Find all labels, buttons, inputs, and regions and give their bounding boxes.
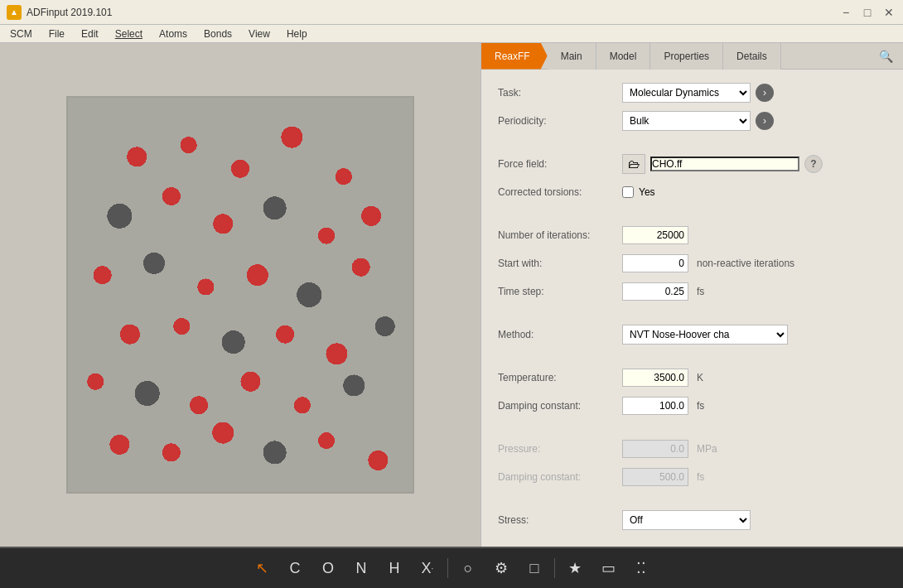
pressure-input [622,440,688,458]
sep1 [447,558,448,578]
gap1 [498,139,886,146]
iterations-input[interactable] [622,226,688,244]
start-with-label: Start with: [498,258,622,269]
menu-select[interactable]: Select [112,27,146,41]
periodicity-nav-arrow[interactable]: › [756,112,774,130]
square-tool[interactable]: □ [521,555,548,581]
temperature-input[interactable] [622,369,688,387]
molecule-visualization [68,98,413,492]
menu-file[interactable]: File [46,27,68,41]
forcefield-help-button[interactable]: ? [804,155,823,173]
start-with-controls: non-reactive iterations [622,254,886,272]
tab-reaxff[interactable]: ReaxFF [481,43,548,70]
forcefield-input[interactable] [650,157,799,171]
title-bar-left: ▲ ADFinput 2019.101 [7,5,112,20]
task-nav-arrow[interactable]: › [756,84,774,102]
sep2 [554,558,555,578]
start-with-input[interactable] [622,254,688,272]
pressure-controls: MPa [622,440,886,458]
timestep-unit: fs [697,286,704,297]
dots-tool[interactable]: ⁚⁚ [628,555,654,581]
forcefield-label: Force field: [498,158,622,170]
form-area: Task: Molecular Dynamics › Periodicity: … [481,70,903,543]
bottom-toolbar: ↖ C O N H X· ○ ⚙ □ ★ ▭ ⁚⁚ [0,547,903,588]
menu-view[interactable]: View [245,27,273,41]
star-tool[interactable]: ★ [562,555,588,581]
pressure-unit: MPa [697,443,717,455]
stress-controls: Off On [622,510,886,530]
task-controls: Molecular Dynamics › [622,83,886,103]
cursor-tool[interactable]: ↖ [249,555,275,581]
task-label: Task: [498,87,622,99]
x-atom-tool[interactable]: X· [414,555,441,581]
torsions-yes-label: Yes [639,186,655,198]
tab-properties[interactable]: Properties [650,43,723,70]
title-bar: ▲ ADFinput 2019.101 − □ ✕ [0,0,903,25]
ring-tool[interactable]: ○ [455,555,481,581]
gap2 [498,210,886,217]
timestep-label: Time step: [498,286,622,297]
damping-unit: fs [697,400,704,412]
mol-canvas[interactable] [66,96,414,494]
temperature-label: Temperature: [498,372,622,383]
periodicity-label: Periodicity: [498,115,622,127]
periodicity-select[interactable]: Bulk [622,111,751,131]
menu-bonds[interactable]: Bonds [200,27,235,41]
method-label: Method: [498,329,622,340]
app-icon: ▲ [7,5,22,20]
tab-bar: ReaxFF Main Model Properties Details 🔍 [481,43,903,70]
menu-help[interactable]: Help [283,27,311,41]
stress-select[interactable]: Off On [622,510,751,530]
damping-row: Damping constant: fs [498,396,886,416]
tab-details[interactable]: Details [723,43,781,70]
stress-row: Stress: Off On [498,510,886,530]
pressure-damping-controls: fs [622,468,886,486]
menu-scm[interactable]: SCM [7,27,36,41]
timestep-input[interactable] [622,282,688,301]
tab-main[interactable]: Main [548,43,596,70]
start-with-row: Start with: non-reactive iterations [498,253,886,273]
start-with-suffix: non-reactive iterations [697,258,794,269]
periodicity-controls: Bulk › [622,111,886,131]
close-button[interactable]: ✕ [881,5,896,20]
molecular-view [0,43,480,547]
search-icon[interactable]: 🔍 [869,50,903,63]
app-title: ADFinput 2019.101 [27,7,112,18]
task-select[interactable]: Molecular Dynamics [622,83,751,103]
periodicity-row: Periodicity: Bulk › [498,111,886,131]
forcefield-folder-button[interactable]: 🗁 [622,154,645,174]
damping-input[interactable] [622,397,688,415]
o-atom-tool[interactable]: O [315,555,341,581]
torsions-row: Corrected torsions: Yes [498,182,886,202]
iterations-controls [622,226,886,244]
method-row: Method: NVT Nose-Hoover cha [498,325,886,345]
rect-tool[interactable]: ▭ [595,555,621,581]
damping-controls: fs [622,397,886,415]
menu-bar: SCM File Edit Select Atoms Bonds View He… [0,25,903,43]
forcefield-row: Force field: 🗁 ? [498,154,886,174]
method-controls: NVT Nose-Hoover cha [622,325,886,345]
gap5 [498,424,886,431]
h-atom-tool[interactable]: H [381,555,408,581]
c-atom-tool[interactable]: C [282,555,308,581]
right-panel: ReaxFF Main Model Properties Details 🔍 T… [480,43,903,547]
pressure-label: Pressure: [498,443,622,455]
gap3 [498,310,886,316]
torsions-checkbox[interactable] [622,186,634,198]
timestep-row: Time step: fs [498,282,886,301]
main-content: ReaxFF Main Model Properties Details 🔍 T… [0,43,903,547]
window-controls: − □ ✕ [838,5,896,20]
task-row: Task: Molecular Dynamics › [498,83,886,103]
gear-tool[interactable]: ⚙ [488,555,514,581]
menu-edit[interactable]: Edit [78,27,102,41]
minimize-button[interactable]: − [838,5,853,20]
pressure-damping-input [622,468,688,486]
menu-atoms[interactable]: Atoms [156,27,191,41]
n-atom-tool[interactable]: N [348,555,374,581]
tab-model[interactable]: Model [596,43,651,70]
iterations-row: Number of iterations: [498,225,886,245]
maximize-button[interactable]: □ [860,5,875,20]
method-select[interactable]: NVT Nose-Hoover cha [622,325,788,345]
timestep-controls: fs [622,282,886,301]
pressure-damping-unit: fs [697,471,704,483]
